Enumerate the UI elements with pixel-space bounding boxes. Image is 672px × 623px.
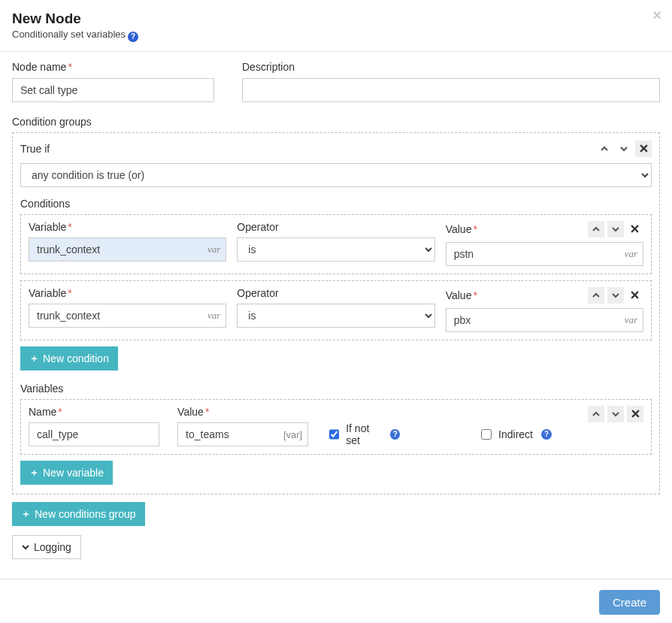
- node-name-label: Node name*: [12, 61, 230, 73]
- required-asterisk: *: [68, 61, 71, 73]
- variable-input[interactable]: [29, 304, 226, 328]
- delete-condition-icon[interactable]: [627, 287, 643, 304]
- chevron-down-icon: [22, 543, 29, 551]
- move-up-icon[interactable]: [596, 141, 613, 157]
- close-icon[interactable]: ×: [652, 8, 661, 23]
- value-input[interactable]: [446, 242, 643, 266]
- operator-select[interactable]: is: [237, 237, 434, 262]
- condition-groups-label: Condition groups: [12, 116, 660, 128]
- description-label: Description: [242, 61, 660, 73]
- modal-body: Node name* Description Condition groups …: [0, 52, 672, 565]
- create-button[interactable]: Create: [599, 590, 660, 615]
- var-suffix: [var]: [283, 428, 302, 440]
- variable-label: Variable*: [29, 287, 226, 299]
- true-if-label: True if: [20, 143, 596, 155]
- var-name-input[interactable]: [29, 422, 159, 446]
- modal-header: New Node Conditionally set variables? ×: [0, 0, 672, 52]
- delete-condition-icon[interactable]: [627, 221, 643, 237]
- plus-icon: ＋: [21, 507, 31, 521]
- value-label: Value*: [446, 223, 588, 235]
- move-down-icon[interactable]: [607, 287, 624, 304]
- new-variable-button[interactable]: ＋New variable: [20, 461, 113, 485]
- move-down-icon[interactable]: [607, 406, 624, 422]
- plus-icon: ＋: [29, 466, 39, 479]
- operator-label: Operator: [237, 221, 434, 233]
- condition-row: Variable* var Operator is: [20, 214, 652, 274]
- var-suffix: var: [207, 243, 220, 256]
- value-input[interactable]: [446, 308, 643, 332]
- indirect-label: Indirect: [498, 428, 533, 440]
- condition-group: True if any condition is true (or) Condi…: [12, 132, 660, 494]
- variables-label: Variables: [20, 383, 652, 395]
- help-icon[interactable]: ?: [541, 429, 552, 440]
- help-icon[interactable]: ?: [390, 429, 400, 440]
- plus-icon: ＋: [29, 352, 39, 365]
- node-name-input[interactable]: [12, 78, 214, 102]
- new-conditions-group-button[interactable]: ＋New conditions group: [12, 502, 145, 526]
- new-condition-button[interactable]: ＋New condition: [20, 346, 118, 370]
- indirect-checkbox[interactable]: [481, 429, 492, 440]
- delete-variable-icon[interactable]: [627, 406, 643, 422]
- if-not-set-checkbox[interactable]: [329, 429, 339, 440]
- variable-label: Variable*: [29, 221, 226, 233]
- move-up-icon[interactable]: [588, 406, 604, 422]
- conditions-label: Conditions: [20, 198, 652, 210]
- move-down-icon[interactable]: [607, 221, 624, 237]
- operator-label: Operator: [237, 287, 434, 299]
- variable-row: Name* Value* [var]: [20, 399, 652, 455]
- modal-title: New Node: [12, 11, 660, 27]
- logging-toggle[interactable]: Logging: [12, 535, 81, 559]
- move-down-icon[interactable]: [616, 141, 632, 157]
- move-up-icon[interactable]: [588, 221, 604, 237]
- modal-footer: Create: [0, 579, 672, 624]
- var-suffix: var: [625, 248, 637, 260]
- logging-label: Logging: [34, 541, 71, 553]
- subtitle-text: Conditionally set variables: [12, 29, 126, 40]
- description-input[interactable]: [242, 78, 660, 102]
- var-name-label: Name*: [29, 406, 159, 418]
- variable-input[interactable]: [29, 237, 226, 262]
- value-label: Value*: [446, 289, 588, 301]
- var-value-label: Value*: [177, 406, 308, 418]
- operator-select[interactable]: is: [237, 304, 434, 328]
- move-up-icon[interactable]: [588, 287, 604, 304]
- logic-select[interactable]: any condition is true (or): [20, 163, 652, 187]
- condition-row: Variable* var Operator is: [20, 280, 652, 340]
- modal-subtitle: Conditionally set variables?: [12, 29, 660, 42]
- help-icon[interactable]: ?: [128, 32, 138, 42]
- var-suffix: var: [625, 314, 637, 326]
- if-not-set-label: If not set: [346, 422, 382, 446]
- var-suffix: var: [207, 310, 220, 322]
- delete-group-icon[interactable]: [635, 141, 652, 157]
